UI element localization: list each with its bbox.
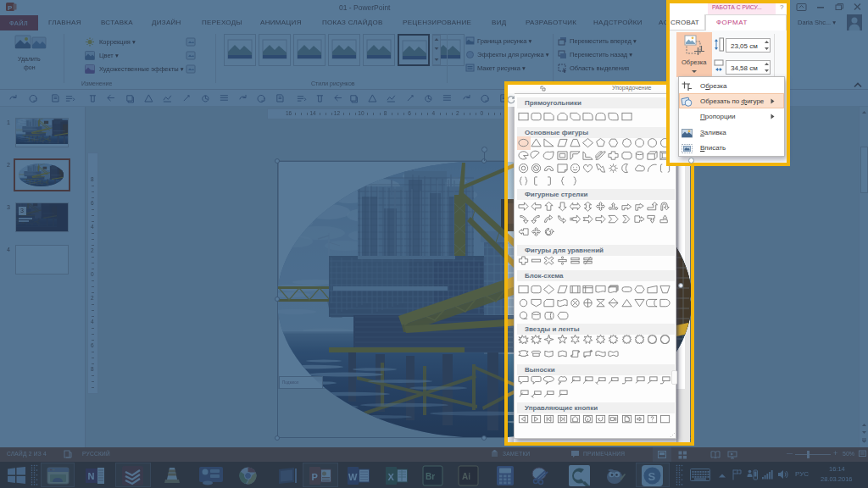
svg-text:Br: Br: [426, 472, 435, 481]
svg-text:W: W: [348, 472, 358, 482]
svg-text:X: X: [388, 472, 395, 482]
svg-text:N: N: [88, 471, 95, 481]
svg-text:Ai: Ai: [462, 472, 470, 481]
svg-text:P: P: [312, 472, 318, 482]
svg-text:S: S: [648, 470, 656, 483]
